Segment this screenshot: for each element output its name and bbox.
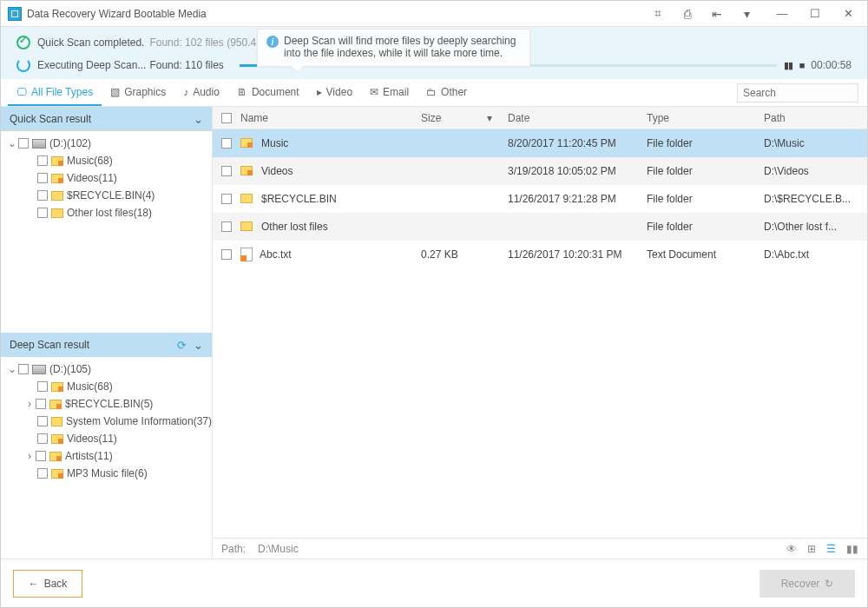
detail-view-icon[interactable]: ▮▮ <box>846 543 858 555</box>
file-icon <box>240 248 253 261</box>
checkbox[interactable] <box>36 451 46 461</box>
file-list-panel: Name Size▾ Date Type Path Music 8/20/201… <box>213 107 867 558</box>
checkbox[interactable] <box>37 381 48 392</box>
preview-icon[interactable]: 👁 <box>786 543 797 555</box>
tab-video[interactable]: ▸Video <box>308 79 361 106</box>
stop-button[interactable]: ■ <box>799 60 805 70</box>
close-button[interactable]: ✕ <box>836 2 860 26</box>
quick-scan-status: Quick Scan completed. <box>37 36 144 49</box>
file-grid: Music 8/20/2017 11:20:45 PMFile folderD:… <box>213 129 867 538</box>
tab-audio[interactable]: ♪Audio <box>174 79 228 106</box>
table-row[interactable]: Videos 3/19/2018 10:05:02 PMFile folderD… <box>213 157 867 185</box>
search-input[interactable] <box>743 87 868 99</box>
window-title: Data Recovery Wizard Bootable Media <box>27 8 207 20</box>
col-type[interactable]: Type <box>638 112 755 124</box>
dropdown-icon[interactable]: ▾ <box>739 6 754 22</box>
tree-item[interactable]: $RECYCLE.BIN(4) <box>1 187 212 204</box>
monitor-icon: 🖵 <box>16 86 27 98</box>
col-path[interactable]: Path <box>755 112 867 124</box>
tree-item[interactable]: Other lost files(18) <box>1 204 212 221</box>
table-row[interactable]: Other lost files File folderD:\Other los… <box>213 213 867 241</box>
column-headers: Name Size▾ Date Type Path <box>213 107 867 129</box>
folder-icon <box>51 469 63 479</box>
info-icon: i <box>266 36 279 48</box>
checkbox[interactable] <box>37 208 48 218</box>
recover-button[interactable]: Recover↻ <box>760 570 855 598</box>
col-size[interactable]: Size <box>421 112 441 124</box>
tab-graphics[interactable]: ▧Graphics <box>102 79 174 106</box>
tab-all-types[interactable]: 🖵All File Types <box>8 79 102 106</box>
checkbox[interactable] <box>221 194 232 204</box>
back-button[interactable]: ←Back <box>13 570 82 598</box>
tab-document[interactable]: 🗎Document <box>228 79 308 106</box>
refresh-icon[interactable]: ⟳ <box>177 339 187 352</box>
tree-item[interactable]: System Volume Information(37) <box>1 413 212 430</box>
search-box[interactable]: ⌕ <box>737 83 858 102</box>
footer: ←Back Recover↻ <box>1 558 867 607</box>
folder-icon <box>51 191 63 201</box>
tree-item[interactable]: Music(68) <box>1 378 212 395</box>
tree-item[interactable]: Videos(11) <box>1 430 212 447</box>
title-bar: Data Recovery Wizard Bootable Media ⌗ ⎙ … <box>1 1 867 27</box>
pause-button[interactable]: ▮▮ <box>784 60 792 71</box>
image-icon: ▧ <box>110 86 120 98</box>
col-name[interactable]: Name <box>240 112 268 124</box>
checkbox[interactable] <box>18 364 29 374</box>
path-bar: Path: D:\Music 👁 ⊞ ☰ ▮▮ <box>213 538 867 558</box>
grid-icon[interactable]: ⌗ <box>650 6 666 22</box>
checkbox-all[interactable] <box>221 113 232 123</box>
folder-icon <box>240 221 253 231</box>
path-value: D:\Music <box>258 543 299 555</box>
checkbox[interactable] <box>221 221 232 232</box>
list-view-icon[interactable]: ☰ <box>826 543 836 555</box>
folder-icon <box>49 400 62 409</box>
path-label: Path: <box>221 543 246 555</box>
sidebar: Quick Scan result ⌄ ⌄(D:)(102) Music(68)… <box>1 107 213 558</box>
collapse-icon[interactable]: ⇤ <box>709 6 725 22</box>
folder-icon <box>51 208 63 218</box>
checkbox[interactable] <box>37 155 48 166</box>
folder-icon <box>51 434 63 444</box>
table-row[interactable]: $RECYCLE.BIN 11/26/2017 9:21:28 PMFile f… <box>213 185 867 213</box>
maximize-button[interactable]: ☐ <box>803 2 827 26</box>
chevron-down-icon[interactable]: ⌄ <box>194 339 203 352</box>
folder-icon <box>240 166 253 175</box>
document-icon: 🗎 <box>237 86 247 98</box>
check-circle-icon <box>16 36 30 50</box>
export-icon[interactable]: ⎙ <box>680 6 695 22</box>
checkbox[interactable] <box>37 433 48 444</box>
checkbox[interactable] <box>37 173 48 183</box>
checkbox[interactable] <box>37 468 48 479</box>
checkbox[interactable] <box>221 166 232 176</box>
tree-item[interactable]: Videos(11) <box>1 169 212 187</box>
col-date[interactable]: Date <box>499 112 638 124</box>
sort-desc-icon[interactable]: ▾ <box>487 112 492 124</box>
tree-item[interactable]: MP3 Music file(6) <box>1 465 212 482</box>
folder-icon: 🗀 <box>426 86 437 98</box>
grid-view-icon[interactable]: ⊞ <box>807 543 816 555</box>
filter-bar: 🖵All File Types ▧Graphics ♪Audio 🗎Docume… <box>1 79 867 107</box>
checkbox[interactable] <box>18 138 29 149</box>
table-row[interactable]: Music 8/20/2017 11:20:45 PMFile folderD:… <box>213 129 867 157</box>
quick-scan-panel-header[interactable]: Quick Scan result ⌄ <box>1 107 212 131</box>
tree-drive[interactable]: ⌄(D:)(102) <box>1 135 212 152</box>
checkbox[interactable] <box>37 416 48 426</box>
tab-other[interactable]: 🗀Other <box>418 79 476 106</box>
tree-item[interactable]: Music(68) <box>1 152 212 169</box>
checkbox[interactable] <box>221 249 232 260</box>
table-row[interactable]: Abc.txt 0.27 KB11/26/2017 10:20:31 PMTex… <box>213 241 867 268</box>
info-tooltip: i Deep Scan will find more files by deep… <box>257 29 530 67</box>
deep-scan-panel-header[interactable]: Deep Scan result ⟳ ⌄ <box>1 333 212 357</box>
chevron-down-icon[interactable]: ⌄ <box>194 113 203 126</box>
tree-item[interactable]: ›$RECYCLE.BIN(5) <box>1 395 212 413</box>
folder-icon <box>240 194 253 203</box>
tree-item[interactable]: ›Artists(11) <box>1 447 212 465</box>
folder-icon <box>49 452 62 461</box>
tree-drive[interactable]: ⌄(D:)(105) <box>1 360 212 378</box>
tab-email[interactable]: ✉Email <box>361 79 418 106</box>
checkbox[interactable] <box>36 399 46 409</box>
checkbox[interactable] <box>221 138 232 149</box>
folder-icon <box>51 417 62 426</box>
checkbox[interactable] <box>37 190 48 201</box>
minimize-button[interactable]: — <box>770 2 794 26</box>
